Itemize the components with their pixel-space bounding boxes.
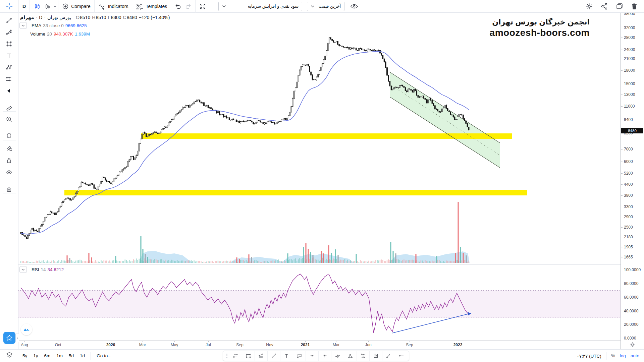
fullscreen-button[interactable] [196, 0, 210, 13]
rectangle-tool[interactable] [242, 351, 255, 361]
callout-tool[interactable] [293, 351, 306, 361]
hide-drawings-icon[interactable] [6, 169, 12, 176]
interval-button[interactable]: D [19, 0, 30, 13]
symbol-legend[interactable]: مهرام · D · بورس تهران O8510 H8510 L8300… [20, 15, 170, 20]
chart-style-candles-button[interactable] [30, 0, 42, 13]
time-tick-label: Sep [406, 343, 413, 347]
indicators-button[interactable]: Indicators [95, 0, 132, 13]
share-icon [601, 3, 608, 10]
pane-separator[interactable] [18, 264, 644, 265]
chart-style-bars-button[interactable] [42, 0, 58, 13]
date-price-range-tool[interactable] [369, 351, 382, 361]
range-button-5y[interactable]: 5y [19, 352, 30, 360]
zoom-in-tool-icon[interactable] [6, 116, 12, 123]
time-axis[interactable]: AugOct2020MarMayJulSepNov2021MarJunSep20… [18, 341, 621, 349]
high-label: H [92, 15, 95, 20]
separator-dot: · [44, 15, 46, 20]
sidebar-collapse-handle[interactable]: ‹ [15, 334, 19, 342]
auto-scale-button[interactable]: auto [631, 353, 639, 358]
shapes-tool-icon[interactable] [6, 41, 12, 47]
delete-button[interactable] [627, 0, 641, 13]
price-tick-label: 1665 [624, 255, 633, 259]
goto-button[interactable]: Go to... [94, 352, 114, 360]
chart-canvas[interactable] [0, 0, 644, 362]
chevron-down-icon [21, 268, 25, 271]
share-button[interactable] [597, 0, 612, 13]
volume-bars [20, 202, 469, 263]
volume-params: 20 [47, 32, 52, 37]
last-price-dropdown[interactable]: آخرین قیمت [307, 2, 344, 11]
favorites-button[interactable] [3, 332, 15, 344]
rsi-legend[interactable]: RSI 14 34.6212 [19, 266, 64, 273]
log-scale-button[interactable]: log [620, 353, 626, 358]
cross-line-tool[interactable] [318, 351, 331, 361]
rsi-params: 14 [41, 267, 46, 272]
text-tool[interactable] [280, 351, 293, 361]
remove-drawings-icon[interactable] [6, 186, 12, 192]
triangle-tool[interactable] [344, 351, 357, 361]
disjoint-channel-icon [258, 353, 264, 359]
range-button-1m[interactable]: 1m [53, 352, 66, 360]
redo-button[interactable] [183, 0, 195, 13]
magnet-tool-icon[interactable] [6, 133, 12, 139]
horizontal-line-tool[interactable] [306, 351, 318, 361]
time-tick-label: Oct [55, 343, 61, 347]
range-button-5d[interactable]: 5d [66, 352, 77, 360]
clock-label[interactable]: ۰۷:۳۷ (UTC) [577, 353, 601, 359]
time-tick-label: 2020 [106, 343, 115, 347]
floating-drawing-bar[interactable] [223, 351, 409, 361]
parallel-channel-tool[interactable] [229, 351, 242, 361]
forecast-tool-icon[interactable] [6, 76, 12, 82]
arrow-tool[interactable] [382, 351, 395, 361]
arrow-marker-tool-icon[interactable] [6, 88, 12, 94]
snapshot-button[interactable] [612, 0, 627, 13]
high-value: 8510 [96, 15, 106, 20]
draw-lock-tool-icon[interactable] [6, 145, 12, 152]
gear-icon [586, 3, 593, 10]
close-value: 8480 [127, 15, 137, 20]
fib-tool-icon[interactable] [6, 29, 12, 36]
separator-dot: · [36, 15, 38, 20]
rsi-tick-label: 20.0000 [624, 322, 638, 327]
divider [91, 352, 91, 360]
settings-button[interactable] [582, 0, 597, 13]
trend-line-tool[interactable] [267, 351, 280, 361]
parallel-lines-tool[interactable] [331, 351, 344, 361]
ema-collapse-button[interactable] [19, 22, 27, 29]
volume-legend[interactable]: Volume 20 940.307K 1.639M [30, 32, 90, 37]
range-button-6m[interactable]: 6m [41, 352, 54, 360]
price-axis[interactable]: 3800032000280002400021000180001500013000… [621, 13, 644, 349]
ema-legend[interactable]: EMA 33 close 0 9669.6625 [19, 22, 87, 29]
ray-tool[interactable] [395, 351, 408, 361]
rsi-band [18, 290, 621, 318]
visibility-button[interactable] [346, 0, 362, 13]
trend-line-tool-icon[interactable] [6, 17, 12, 24]
lock-tool-icon[interactable] [6, 157, 12, 164]
crosshair-tool-icon[interactable] [0, 2, 18, 10]
percent-scale-button[interactable]: % [611, 353, 615, 358]
compare-button[interactable]: Compare [58, 0, 94, 13]
adjustment-dropdown[interactable]: سود نقدی و افزایش سرمایه [218, 2, 302, 11]
undo-button[interactable] [171, 0, 183, 13]
price-tick-label: 2900 [624, 215, 633, 219]
rsi-tick-label: 60.0000 [624, 295, 638, 300]
divider [3, 140, 16, 140]
range-button-1d[interactable]: 1d [77, 352, 88, 360]
templates-button[interactable]: Templates [132, 0, 171, 13]
price-tick-label: 2180 [624, 235, 633, 239]
price-range-tool[interactable] [357, 351, 369, 361]
chart-provider-logo[interactable] [21, 324, 32, 335]
ema-value: 9669.6625 [65, 23, 87, 28]
rsi-collapse-button[interactable] [19, 266, 27, 273]
range-button-1y[interactable]: 1y [30, 352, 41, 360]
price-tick-label: 6000 [624, 159, 633, 164]
object-tree-button[interactable] [5, 351, 13, 359]
divider [606, 352, 606, 360]
undo-icon [175, 3, 181, 9]
text-tool-icon[interactable] [6, 53, 12, 59]
disjoint-channel-tool[interactable] [255, 351, 267, 361]
measure-tool-icon[interactable] [6, 104, 12, 111]
drag-handle[interactable] [224, 354, 229, 358]
pattern-tool-icon[interactable] [6, 64, 12, 71]
axis-settings-button[interactable] [630, 342, 635, 348]
